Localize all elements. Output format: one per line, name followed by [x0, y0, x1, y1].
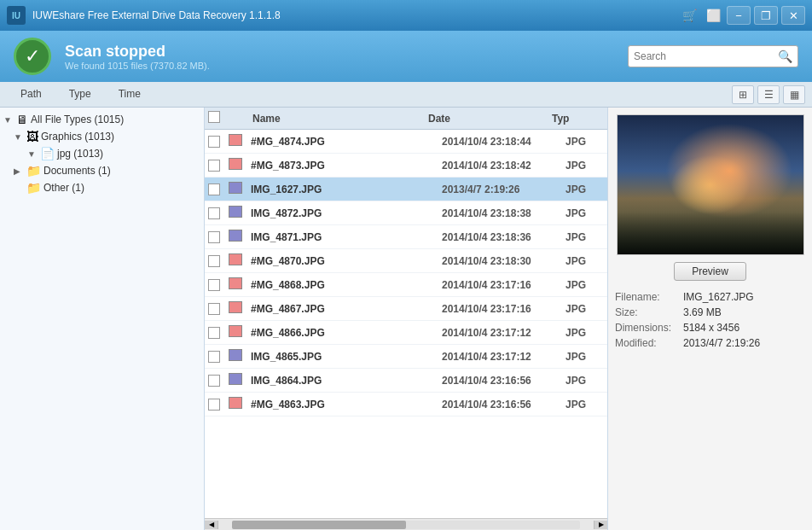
tree-item-0[interactable]: ▼🖥All File Types (1015): [0, 111, 204, 128]
header-check[interactable]: [208, 111, 229, 125]
row-name-5: #MG_4870.JPG: [247, 255, 442, 267]
hscroll-left-arrow[interactable]: ◀: [205, 521, 218, 529]
search-input[interactable]: [634, 50, 778, 62]
dimensions-value: 5184 x 3456: [683, 322, 740, 334]
status-title: Scan stopped: [65, 43, 614, 61]
header-date[interactable]: Date: [428, 113, 552, 125]
table-row[interactable]: #MG_4867.JPG2014/10/4 23:17:16JPG: [205, 297, 607, 321]
title-bar-controls: 🛒 ⬜ − ❐ ✕: [679, 5, 805, 26]
table-row[interactable]: #MG_4873.JPG2014/10/4 23:18:42JPG: [205, 154, 607, 178]
view-list-button[interactable]: ☰: [757, 85, 780, 104]
row-date-11: 2014/10/4 23:16:56: [442, 399, 566, 411]
minimize-button[interactable]: −: [727, 6, 751, 25]
row-date-4: 2014/10/4 23:18:36: [442, 231, 566, 243]
row-type-1: JPG: [566, 160, 604, 172]
toolbar: PathTypeTime ⊞ ☰ ▦: [0, 82, 812, 108]
status-text: Scan stopped We found 1015 files (7370.8…: [65, 43, 614, 71]
row-checkbox-5[interactable]: [208, 255, 229, 267]
close-button[interactable]: ✕: [781, 6, 805, 25]
preview-image-inner: [618, 115, 803, 254]
row-checkbox-9[interactable]: [208, 351, 229, 363]
row-thumb-2: [229, 182, 246, 197]
header-bar: ✓ Scan stopped We found 1015 files (7370…: [0, 31, 812, 82]
table-row[interactable]: #MG_4874.JPG2014/10/4 23:18:44JPG: [205, 130, 607, 154]
title-bar: IU IUWEshare Free External Drive Data Re…: [0, 0, 812, 31]
tree-toggle-0[interactable]: ▼: [3, 115, 14, 125]
cart-icon-button[interactable]: 🛒: [679, 5, 699, 26]
row-thumb-3: [229, 206, 246, 221]
tree-toggle-3[interactable]: ▶: [14, 166, 24, 176]
tree-toggle-1[interactable]: ▼: [14, 132, 24, 142]
tab-time[interactable]: Time: [105, 84, 154, 105]
tree-toggle-2[interactable]: ▼: [27, 149, 38, 159]
preview-image: [617, 114, 804, 255]
row-name-1: #MG_4873.JPG: [247, 160, 442, 172]
row-thumb-5: [229, 253, 246, 269]
row-thumb-6: [229, 277, 246, 293]
filename-label: Filename:: [615, 291, 683, 303]
tab-path[interactable]: Path: [7, 84, 55, 105]
horizontal-scrollbar[interactable]: ◀ ▶: [205, 518, 607, 530]
hscroll-right-arrow[interactable]: ▶: [594, 521, 607, 529]
hscroll-thumb[interactable]: [232, 521, 406, 529]
row-checkbox-11[interactable]: [208, 399, 229, 411]
table-row[interactable]: #MG_4863.JPG2014/10/4 23:16:56JPG: [205, 393, 607, 416]
table-row[interactable]: #MG_4870.JPG2014/10/4 23:18:30JPG: [205, 249, 607, 273]
table-row[interactable]: IMG_4864.JPG2014/10/4 23:16:56JPG: [205, 369, 607, 393]
row-type-10: JPG: [566, 375, 604, 387]
table-row[interactable]: #MG_4866.JPG2014/10/4 23:17:12JPG: [205, 321, 607, 345]
row-name-3: IMG_4872.JPG: [247, 207, 442, 219]
tab-type[interactable]: Type: [55, 84, 105, 105]
status-icon: ✓: [14, 38, 51, 75]
app-title: IUWEshare Free External Drive Data Recov…: [32, 9, 281, 21]
row-date-5: 2014/10/4 23:18:30: [442, 255, 566, 267]
status-subtitle: We found 1015 files (7370.82 MB).: [65, 61, 614, 71]
table-row[interactable]: IMG_1627.JPG2013/4/7 2:19:26JPG: [205, 178, 607, 201]
table-row[interactable]: IMG_4871.JPG2014/10/4 23:18:36JPG: [205, 225, 607, 249]
row-checkbox-7[interactable]: [208, 303, 229, 315]
row-checkbox-0[interactable]: [208, 136, 229, 148]
row-date-7: 2014/10/4 23:17:16: [442, 303, 566, 315]
table-row[interactable]: #MG_4868.JPG2014/10/4 23:17:16JPG: [205, 273, 607, 297]
restore-button[interactable]: ❐: [754, 6, 778, 25]
tree-item-3[interactable]: ▶📁Documents (1): [0, 162, 204, 179]
toolbar-tabs: PathTypeTime: [7, 84, 154, 105]
row-checkbox-1[interactable]: [208, 160, 229, 172]
search-box[interactable]: 🔍: [628, 45, 798, 67]
header-type[interactable]: Typ: [552, 113, 590, 125]
tree-item-icon-1: 🖼: [26, 130, 38, 143]
row-type-3: JPG: [566, 207, 604, 219]
row-type-5: JPG: [566, 255, 604, 267]
view-grid-button[interactable]: ⊞: [732, 85, 754, 104]
row-date-2: 2013/4/7 2:19:26: [442, 183, 566, 195]
layout-icon-button[interactable]: ⬜: [703, 5, 723, 26]
hscroll-track[interactable]: [232, 521, 580, 529]
select-all-checkbox[interactable]: [208, 111, 220, 123]
row-thumb-9: [229, 349, 246, 364]
row-checkbox-2[interactable]: [208, 183, 229, 195]
preview-button[interactable]: Preview: [674, 262, 746, 281]
row-checkbox-10[interactable]: [208, 375, 229, 387]
dimensions-label: Dimensions:: [615, 322, 683, 334]
row-name-7: #MG_4867.JPG: [247, 303, 442, 315]
tree-item-2[interactable]: ▼📄jpg (1013): [0, 145, 204, 162]
row-checkbox-8[interactable]: [208, 327, 229, 339]
row-checkbox-3[interactable]: [208, 207, 229, 219]
tree-item-1[interactable]: ▼🖼Graphics (1013): [0, 128, 204, 145]
info-size-row: Size: 3.69 MB: [615, 306, 805, 318]
row-checkbox-6[interactable]: [208, 279, 229, 291]
size-label: Size:: [615, 306, 683, 318]
tree-item-label-4: Other (1): [44, 182, 84, 194]
row-checkbox-4[interactable]: [208, 231, 229, 243]
table-row[interactable]: IMG_4865.JPG2014/10/4 23:17:12JPG: [205, 345, 607, 369]
search-icon[interactable]: 🔍: [778, 50, 792, 63]
tree-item-4[interactable]: 📁Other (1): [0, 179, 204, 196]
table-row[interactable]: IMG_4872.JPG2014/10/4 23:18:38JPG: [205, 201, 607, 225]
row-name-0: #MG_4874.JPG: [247, 136, 442, 148]
tree-item-icon-2: 📄: [40, 147, 55, 160]
view-detail-button[interactable]: ▦: [783, 85, 805, 104]
tree-item-label-1: Graphics (1013): [41, 131, 114, 143]
row-date-0: 2014/10/4 23:18:44: [442, 136, 566, 148]
tree-panel: ▼🖥All File Types (1015)▼🖼Graphics (1013)…: [0, 108, 205, 530]
header-name[interactable]: Name: [249, 113, 428, 125]
